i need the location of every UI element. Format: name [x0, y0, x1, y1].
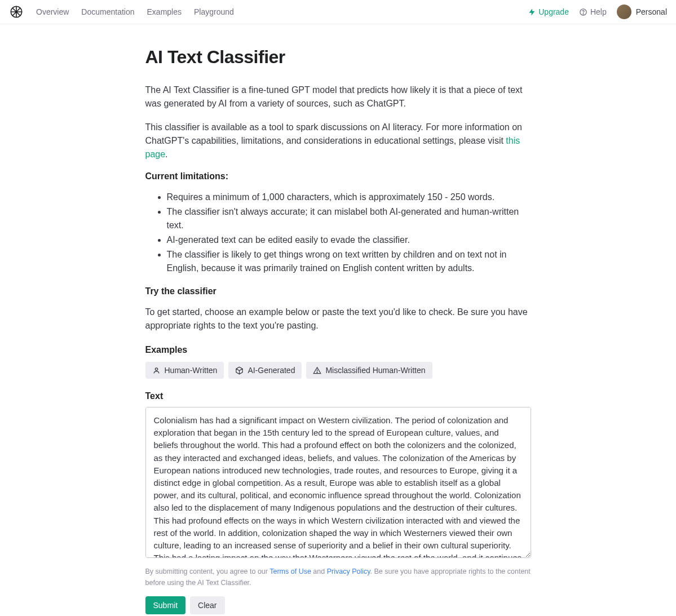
- disclaimer-pre: By submitting content, you agree to our: [145, 568, 270, 575]
- limitation-item: Requires a minimum of 1,000 characters, …: [167, 190, 531, 204]
- bolt-icon: [528, 8, 536, 16]
- example-chips: Human-Written AI-Generated Misclassified…: [145, 362, 531, 379]
- svg-point-3: [155, 367, 157, 370]
- help-link[interactable]: Help: [579, 7, 607, 16]
- limitations-label: Current limitations:: [145, 171, 531, 181]
- try-text: To get started, choose an example below …: [145, 305, 531, 333]
- disclaimer: By submitting content, you agree to our …: [145, 566, 531, 588]
- limitations-list: Requires a minimum of 1,000 characters, …: [145, 190, 531, 275]
- terms-link[interactable]: Terms of Use: [269, 568, 311, 575]
- button-row: Submit Clear: [145, 596, 531, 614]
- header-right: Upgrade Help Personal: [528, 5, 667, 19]
- chip-label: Misclassified Human-Written: [325, 366, 425, 375]
- person-icon: [152, 366, 161, 375]
- account-menu[interactable]: Personal: [617, 5, 667, 19]
- text-input[interactable]: [145, 407, 531, 558]
- clear-button[interactable]: Clear: [190, 596, 224, 614]
- page-title: AI Text Classifier: [145, 47, 531, 68]
- chip-label: Human-Written: [165, 366, 218, 375]
- help-label: Help: [590, 7, 607, 16]
- try-label: Try the classifier: [145, 286, 531, 296]
- openai-logo-icon[interactable]: [9, 5, 24, 19]
- nav-documentation[interactable]: Documentation: [81, 7, 134, 16]
- intro-paragraph-1: The AI Text Classifier is a fine-tuned G…: [145, 83, 531, 110]
- chip-misclassified[interactable]: Misclassified Human-Written: [306, 362, 432, 379]
- intro-paragraph-2: This classifier is available as a tool t…: [145, 121, 531, 161]
- header: Overview Documentation Examples Playgrou…: [0, 0, 676, 24]
- avatar: [617, 5, 631, 19]
- submit-button[interactable]: Submit: [145, 596, 186, 614]
- privacy-link[interactable]: Privacy Policy: [327, 568, 370, 575]
- chip-label: AI-Generated: [248, 366, 295, 375]
- chip-human-written[interactable]: Human-Written: [145, 362, 224, 379]
- svg-point-5: [317, 372, 317, 373]
- nav-links: Overview Documentation Examples Playgrou…: [36, 7, 234, 16]
- nav-playground[interactable]: Playground: [194, 7, 234, 16]
- svg-point-2: [583, 14, 584, 14]
- examples-heading: Examples: [145, 345, 531, 355]
- header-left: Overview Documentation Examples Playgrou…: [9, 5, 234, 19]
- intro2-pre: This classifier is available as a tool t…: [145, 122, 522, 145]
- intro-section: The AI Text Classifier is a fine-tuned G…: [145, 83, 531, 161]
- limitation-item: AI-generated text can be edited easily t…: [167, 233, 531, 247]
- upgrade-label: Upgrade: [538, 7, 569, 16]
- warning-icon: [313, 366, 321, 375]
- main-content: AI Text Classifier The AI Text Classifie…: [145, 24, 531, 616]
- disclaimer-and: and: [311, 568, 327, 575]
- text-heading: Text: [145, 391, 531, 401]
- help-icon: [579, 8, 587, 16]
- nav-examples[interactable]: Examples: [147, 7, 182, 16]
- cube-icon: [235, 366, 244, 375]
- upgrade-link[interactable]: Upgrade: [528, 7, 569, 16]
- chip-ai-generated[interactable]: AI-Generated: [228, 362, 302, 379]
- intro2-post: .: [165, 149, 167, 159]
- account-label: Personal: [636, 7, 667, 16]
- limitation-item: The classifier isn't always accurate; it…: [167, 205, 531, 232]
- nav-overview[interactable]: Overview: [36, 7, 69, 16]
- limitation-item: The classifier is likely to get things w…: [167, 248, 531, 275]
